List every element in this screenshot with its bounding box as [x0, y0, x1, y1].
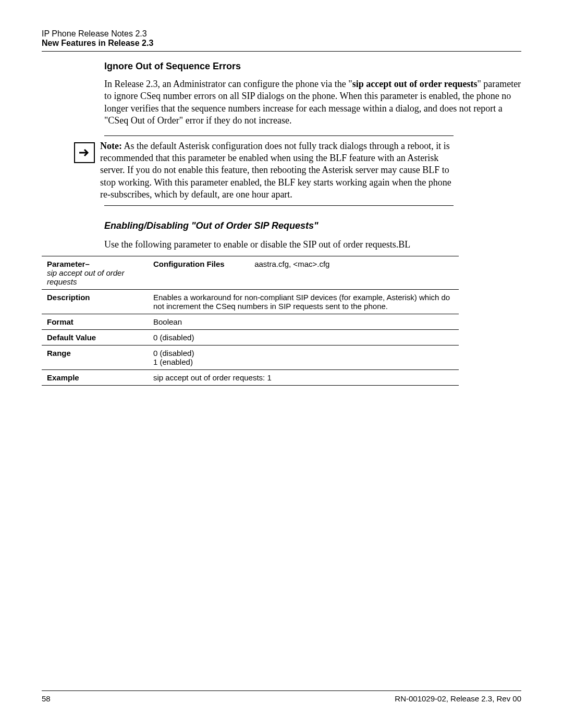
range-label: Range: [42, 345, 150, 369]
range-line1: 0 (disabled): [153, 349, 194, 357]
arrow-right-icon: [74, 142, 95, 163]
range-value: 0 (disabled) 1 (enabled): [150, 345, 459, 369]
param-label-prefix: Parameter–: [47, 260, 90, 268]
footer-rule: [42, 690, 521, 691]
main-content: Ignore Out of Sequence Errors In Release…: [104, 61, 521, 386]
note-body: As the default Asterisk configuration do…: [100, 141, 451, 200]
param-row-label: Parameter– sip accept out of order reque…: [42, 256, 150, 289]
example-label: Example: [42, 369, 150, 385]
config-files-value: aastra.cfg, <mac>.cfg: [254, 260, 329, 268]
section1-paragraph: In Release 2.3, an Administrator can con…: [104, 78, 521, 127]
range-line2: 1 (enabled): [153, 357, 193, 366]
document-id: RN-001029-02, Release 2.3, Rev 00: [395, 694, 521, 703]
table-row: Range 0 (disabled) 1 (enabled): [42, 345, 459, 369]
section2-intro: Use the following parameter to enable or…: [104, 239, 521, 251]
table-row: Default Value 0 (disabled): [42, 329, 459, 345]
description-value: Enables a workaround for non-compliant S…: [150, 289, 459, 314]
page-footer: 58 RN-001029-02, Release 2.3, Rev 00: [42, 687, 521, 704]
note-rule-top: [104, 135, 454, 140]
header-doc-title: IP Phone Release Notes 2.3: [42, 29, 521, 39]
note-inner: Note: As the default Asterisk configurat…: [104, 140, 454, 201]
description-label: Description: [42, 289, 150, 314]
param-row-value: Configuration Files aastra.cfg, <mac>.cf…: [150, 256, 459, 289]
table-row: Example sip accept out of order requests…: [42, 369, 459, 385]
section-heading-ignore-errors: Ignore Out of Sequence Errors: [104, 61, 521, 72]
footer-row: 58 RN-001029-02, Release 2.3, Rev 00: [42, 694, 521, 703]
header-section-title: New Features in Release 2.3: [42, 39, 521, 48]
table-row: Description Enables a workaround for non…: [42, 289, 459, 314]
config-files-label: Configuration Files: [153, 260, 252, 268]
para-bold-param: sip accept out of order requests: [352, 79, 478, 89]
header-rule: [42, 51, 521, 52]
note-rule-bottom: [104, 205, 454, 206]
note-label: Note:: [100, 141, 122, 151]
page-number: 58: [42, 694, 51, 703]
page-header: IP Phone Release Notes 2.3 New Features …: [42, 29, 521, 52]
parameter-table: Parameter– sip accept out of order reque…: [42, 256, 459, 386]
table-row: Parameter– sip accept out of order reque…: [42, 256, 459, 289]
note-block: Note: As the default Asterisk configurat…: [104, 135, 454, 206]
param-name: sip accept out of order requests: [47, 268, 124, 286]
default-value-label: Default Value: [42, 329, 150, 345]
example-value: sip accept out of order requests: 1: [150, 369, 459, 385]
format-label: Format: [42, 314, 150, 329]
default-value-value: 0 (disabled): [150, 329, 459, 345]
section-heading-enable-disable: Enabling/Disabling "Out of Order SIP Req…: [104, 220, 521, 231]
para-text-start: In Release 2.3, an Administrator can con…: [104, 79, 352, 89]
format-value: Boolean: [150, 314, 459, 329]
page: IP Phone Release Notes 2.3 New Features …: [0, 0, 563, 728]
note-text: Note: As the default Asterisk configurat…: [100, 140, 454, 201]
table-row: Format Boolean: [42, 314, 459, 329]
